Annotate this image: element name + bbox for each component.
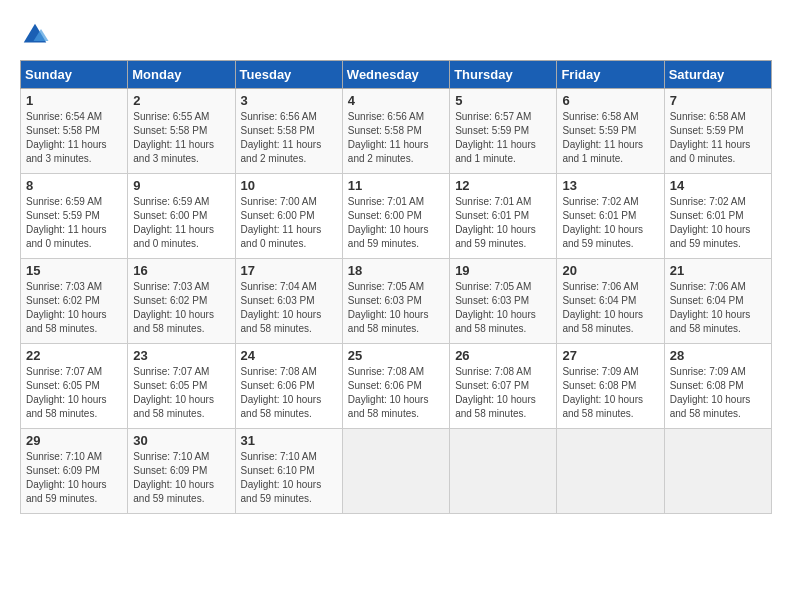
day-info: Sunrise: 7:08 AMSunset: 6:06 PMDaylight:… bbox=[348, 365, 444, 421]
day-info: Sunrise: 6:54 AMSunset: 5:58 PMDaylight:… bbox=[26, 110, 122, 166]
day-info: Sunrise: 7:07 AMSunset: 6:05 PMDaylight:… bbox=[133, 365, 229, 421]
day-info: Sunrise: 7:01 AMSunset: 6:00 PMDaylight:… bbox=[348, 195, 444, 251]
day-number: 21 bbox=[670, 263, 766, 278]
calendar-cell: 25Sunrise: 7:08 AMSunset: 6:06 PMDayligh… bbox=[342, 344, 449, 429]
day-info: Sunrise: 6:58 AMSunset: 5:59 PMDaylight:… bbox=[562, 110, 658, 166]
day-number: 29 bbox=[26, 433, 122, 448]
calendar-cell: 28Sunrise: 7:09 AMSunset: 6:08 PMDayligh… bbox=[664, 344, 771, 429]
day-info: Sunrise: 6:59 AMSunset: 6:00 PMDaylight:… bbox=[133, 195, 229, 251]
calendar-cell: 26Sunrise: 7:08 AMSunset: 6:07 PMDayligh… bbox=[450, 344, 557, 429]
day-number: 6 bbox=[562, 93, 658, 108]
calendar-cell bbox=[557, 429, 664, 514]
day-number: 22 bbox=[26, 348, 122, 363]
day-number: 12 bbox=[455, 178, 551, 193]
calendar-cell: 21Sunrise: 7:06 AMSunset: 6:04 PMDayligh… bbox=[664, 259, 771, 344]
column-header-tuesday: Tuesday bbox=[235, 61, 342, 89]
day-number: 19 bbox=[455, 263, 551, 278]
day-number: 20 bbox=[562, 263, 658, 278]
day-number: 17 bbox=[241, 263, 337, 278]
day-info: Sunrise: 7:09 AMSunset: 6:08 PMDaylight:… bbox=[562, 365, 658, 421]
day-info: Sunrise: 7:08 AMSunset: 6:07 PMDaylight:… bbox=[455, 365, 551, 421]
day-number: 4 bbox=[348, 93, 444, 108]
day-info: Sunrise: 7:10 AMSunset: 6:09 PMDaylight:… bbox=[26, 450, 122, 506]
calendar-cell: 8Sunrise: 6:59 AMSunset: 5:59 PMDaylight… bbox=[21, 174, 128, 259]
day-number: 2 bbox=[133, 93, 229, 108]
calendar-cell: 30Sunrise: 7:10 AMSunset: 6:09 PMDayligh… bbox=[128, 429, 235, 514]
calendar-cell: 14Sunrise: 7:02 AMSunset: 6:01 PMDayligh… bbox=[664, 174, 771, 259]
day-number: 14 bbox=[670, 178, 766, 193]
day-info: Sunrise: 7:03 AMSunset: 6:02 PMDaylight:… bbox=[133, 280, 229, 336]
calendar-cell: 24Sunrise: 7:08 AMSunset: 6:06 PMDayligh… bbox=[235, 344, 342, 429]
day-info: Sunrise: 7:06 AMSunset: 6:04 PMDaylight:… bbox=[562, 280, 658, 336]
calendar-cell: 19Sunrise: 7:05 AMSunset: 6:03 PMDayligh… bbox=[450, 259, 557, 344]
day-info: Sunrise: 6:58 AMSunset: 5:59 PMDaylight:… bbox=[670, 110, 766, 166]
calendar-cell: 31Sunrise: 7:10 AMSunset: 6:10 PMDayligh… bbox=[235, 429, 342, 514]
day-number: 9 bbox=[133, 178, 229, 193]
day-info: Sunrise: 6:59 AMSunset: 5:59 PMDaylight:… bbox=[26, 195, 122, 251]
calendar-cell: 17Sunrise: 7:04 AMSunset: 6:03 PMDayligh… bbox=[235, 259, 342, 344]
day-number: 13 bbox=[562, 178, 658, 193]
day-number: 24 bbox=[241, 348, 337, 363]
day-info: Sunrise: 7:10 AMSunset: 6:10 PMDaylight:… bbox=[241, 450, 337, 506]
calendar-cell: 18Sunrise: 7:05 AMSunset: 6:03 PMDayligh… bbox=[342, 259, 449, 344]
calendar-cell: 4Sunrise: 6:56 AMSunset: 5:58 PMDaylight… bbox=[342, 89, 449, 174]
day-number: 7 bbox=[670, 93, 766, 108]
column-header-saturday: Saturday bbox=[664, 61, 771, 89]
day-number: 11 bbox=[348, 178, 444, 193]
day-number: 26 bbox=[455, 348, 551, 363]
calendar-cell: 6Sunrise: 6:58 AMSunset: 5:59 PMDaylight… bbox=[557, 89, 664, 174]
column-header-friday: Friday bbox=[557, 61, 664, 89]
calendar-cell: 2Sunrise: 6:55 AMSunset: 5:58 PMDaylight… bbox=[128, 89, 235, 174]
day-info: Sunrise: 7:05 AMSunset: 6:03 PMDaylight:… bbox=[455, 280, 551, 336]
calendar-cell: 13Sunrise: 7:02 AMSunset: 6:01 PMDayligh… bbox=[557, 174, 664, 259]
calendar-cell: 20Sunrise: 7:06 AMSunset: 6:04 PMDayligh… bbox=[557, 259, 664, 344]
calendar-cell: 22Sunrise: 7:07 AMSunset: 6:05 PMDayligh… bbox=[21, 344, 128, 429]
calendar-cell bbox=[450, 429, 557, 514]
day-info: Sunrise: 7:07 AMSunset: 6:05 PMDaylight:… bbox=[26, 365, 122, 421]
calendar-cell: 1Sunrise: 6:54 AMSunset: 5:58 PMDaylight… bbox=[21, 89, 128, 174]
calendar-cell bbox=[342, 429, 449, 514]
column-header-thursday: Thursday bbox=[450, 61, 557, 89]
day-number: 18 bbox=[348, 263, 444, 278]
day-info: Sunrise: 7:01 AMSunset: 6:01 PMDaylight:… bbox=[455, 195, 551, 251]
day-info: Sunrise: 7:02 AMSunset: 6:01 PMDaylight:… bbox=[670, 195, 766, 251]
day-number: 30 bbox=[133, 433, 229, 448]
calendar-cell: 16Sunrise: 7:03 AMSunset: 6:02 PMDayligh… bbox=[128, 259, 235, 344]
day-info: Sunrise: 7:03 AMSunset: 6:02 PMDaylight:… bbox=[26, 280, 122, 336]
logo bbox=[20, 20, 54, 50]
day-info: Sunrise: 7:09 AMSunset: 6:08 PMDaylight:… bbox=[670, 365, 766, 421]
calendar-cell: 29Sunrise: 7:10 AMSunset: 6:09 PMDayligh… bbox=[21, 429, 128, 514]
day-number: 1 bbox=[26, 93, 122, 108]
column-header-sunday: Sunday bbox=[21, 61, 128, 89]
day-info: Sunrise: 6:55 AMSunset: 5:58 PMDaylight:… bbox=[133, 110, 229, 166]
day-number: 31 bbox=[241, 433, 337, 448]
calendar-cell: 12Sunrise: 7:01 AMSunset: 6:01 PMDayligh… bbox=[450, 174, 557, 259]
week-row-0: 1Sunrise: 6:54 AMSunset: 5:58 PMDaylight… bbox=[21, 89, 772, 174]
page-header bbox=[20, 20, 772, 50]
calendar-cell: 23Sunrise: 7:07 AMSunset: 6:05 PMDayligh… bbox=[128, 344, 235, 429]
calendar-cell: 3Sunrise: 6:56 AMSunset: 5:58 PMDaylight… bbox=[235, 89, 342, 174]
week-row-2: 15Sunrise: 7:03 AMSunset: 6:02 PMDayligh… bbox=[21, 259, 772, 344]
calendar-cell: 10Sunrise: 7:00 AMSunset: 6:00 PMDayligh… bbox=[235, 174, 342, 259]
day-info: Sunrise: 6:56 AMSunset: 5:58 PMDaylight:… bbox=[241, 110, 337, 166]
day-info: Sunrise: 6:57 AMSunset: 5:59 PMDaylight:… bbox=[455, 110, 551, 166]
day-info: Sunrise: 7:04 AMSunset: 6:03 PMDaylight:… bbox=[241, 280, 337, 336]
week-row-4: 29Sunrise: 7:10 AMSunset: 6:09 PMDayligh… bbox=[21, 429, 772, 514]
day-info: Sunrise: 7:05 AMSunset: 6:03 PMDaylight:… bbox=[348, 280, 444, 336]
calendar-header-row: SundayMondayTuesdayWednesdayThursdayFrid… bbox=[21, 61, 772, 89]
day-info: Sunrise: 7:10 AMSunset: 6:09 PMDaylight:… bbox=[133, 450, 229, 506]
week-row-1: 8Sunrise: 6:59 AMSunset: 5:59 PMDaylight… bbox=[21, 174, 772, 259]
day-info: Sunrise: 7:06 AMSunset: 6:04 PMDaylight:… bbox=[670, 280, 766, 336]
calendar-cell: 11Sunrise: 7:01 AMSunset: 6:00 PMDayligh… bbox=[342, 174, 449, 259]
week-row-3: 22Sunrise: 7:07 AMSunset: 6:05 PMDayligh… bbox=[21, 344, 772, 429]
day-number: 10 bbox=[241, 178, 337, 193]
day-number: 23 bbox=[133, 348, 229, 363]
day-number: 3 bbox=[241, 93, 337, 108]
day-info: Sunrise: 7:00 AMSunset: 6:00 PMDaylight:… bbox=[241, 195, 337, 251]
day-number: 28 bbox=[670, 348, 766, 363]
day-number: 8 bbox=[26, 178, 122, 193]
calendar-table: SundayMondayTuesdayWednesdayThursdayFrid… bbox=[20, 60, 772, 514]
day-number: 5 bbox=[455, 93, 551, 108]
day-info: Sunrise: 7:02 AMSunset: 6:01 PMDaylight:… bbox=[562, 195, 658, 251]
day-number: 15 bbox=[26, 263, 122, 278]
